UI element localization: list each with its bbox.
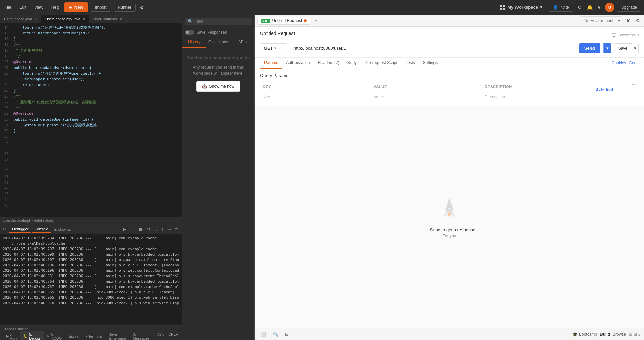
request-tabs: Params Authorization Headers (7) Body Pr… [255, 58, 644, 69]
debug-pause[interactable]: ⏸ [129, 226, 136, 232]
new-button[interactable]: + New [64, 2, 88, 12]
menu-edit[interactable]: Edit [17, 4, 28, 11]
close-icon[interactable]: × [35, 17, 37, 21]
debug-tab-console[interactable]: Console [32, 226, 51, 233]
heart-icon[interactable]: ♥ [597, 3, 602, 11]
debug-status-tab[interactable]: 🐛 5: Debug [20, 331, 43, 340]
close-icon[interactable]: × [83, 17, 85, 21]
ide-tab-userserviceimpl[interactable]: UserServiceImpl.java × [41, 15, 89, 23]
request-tab-active[interactable]: GET Untitled Request [257, 17, 310, 25]
upgrade-button[interactable]: Upgrade [617, 3, 641, 12]
response-empty-subtitle: For you [443, 234, 456, 238]
grid-icon-3[interactable]: ℹ [638, 332, 640, 337]
cookies-link[interactable]: Cookies [612, 61, 626, 66]
line-ending: CRLF [168, 332, 178, 340]
settings-button[interactable]: ⚙ [138, 3, 145, 11]
environment-settings-icon[interactable]: ⚙ [634, 17, 641, 25]
save-dropdown-button[interactable]: ▾ [632, 43, 639, 53]
ide-tab-usercontroller[interactable]: UserController × [89, 15, 127, 23]
save-button[interactable]: Save [614, 43, 632, 53]
response-empty-title: Hit Send to get a response [423, 227, 475, 232]
more-tabs-button[interactable]: ··· [322, 18, 329, 24]
code-link[interactable]: Code [629, 61, 639, 66]
debug-tab-endpoints[interactable]: Endpoints [52, 226, 74, 233]
bulk-edit-link[interactable]: Bulk Edit [596, 87, 636, 91]
menu-help[interactable]: Help [49, 4, 62, 11]
environment-selector: No Environment [580, 16, 622, 25]
debug-run-cursor[interactable]: ⇒ [166, 226, 172, 232]
debug-tab-debugger[interactable]: Debugger [9, 226, 31, 233]
debug-resume[interactable]: ▶ [121, 226, 128, 232]
cookies-bottom-button[interactable]: ⬜ [259, 330, 268, 338]
java-enterprise-tab[interactable]: Java Enterprise [106, 331, 129, 340]
show-me-how-button[interactable]: 🤖 Show me how [196, 81, 240, 92]
invite-button[interactable]: 👤 Invite [549, 3, 573, 12]
tab-right-actions: Cookies Code [612, 61, 639, 66]
sidebar-nav-collections[interactable]: Collections [206, 37, 230, 48]
grid-icon-2[interactable]: ⊟ [634, 332, 637, 337]
params-table: KEY VALUE DESCRIPTION ··· Bulk Edit [260, 81, 639, 101]
debug-stop[interactable]: ⏹ [137, 226, 144, 232]
request-area: Untitled Request 💬 Comments 0 GET ▾ Send… [255, 27, 644, 58]
code-content[interactable]: log.info("用户"+id+"开始执行数据库查询"); return us… [11, 23, 182, 217]
debug-label: Debugger [12, 227, 28, 231]
save-responses-switch[interactable] [185, 30, 194, 35]
tab-headers[interactable]: Headers (7) [314, 58, 343, 69]
sync-icon[interactable]: ↻ [576, 3, 583, 11]
avatar[interactable]: U [605, 3, 614, 12]
tab-authorization[interactable]: Authorization [282, 58, 314, 69]
runner-button[interactable]: Runner [114, 3, 136, 12]
status-bar: ▶ 5: Run 🐛 5: Debug ☑ 6: TODO Spring ▪ T… [0, 332, 182, 340]
debug-step-into[interactable]: ↓ [153, 226, 159, 232]
tab-body[interactable]: Body [343, 58, 361, 69]
value-input[interactable] [374, 95, 479, 99]
terminal-tab[interactable]: ▪ Terminal [83, 331, 106, 340]
bootcamp-button[interactable]: 🎓 Bootcamp [572, 332, 597, 337]
terminal-icon: ▪ [86, 334, 87, 338]
debug-step-over[interactable]: ↷ [146, 226, 152, 232]
svg-rect-8 [448, 214, 450, 216]
filter-box[interactable]: 🔍 [185, 18, 252, 25]
key-column-header: KEY [260, 81, 371, 93]
messages-tab[interactable]: 0: Messages [130, 331, 153, 340]
description-input[interactable] [485, 95, 590, 99]
sidebar-nav-history[interactable]: History [182, 37, 206, 48]
browse-button[interactable]: Browse [613, 332, 626, 337]
sidebar-nav-apis[interactable]: APIs [230, 37, 254, 48]
close-icon[interactable]: × [120, 17, 122, 21]
grid-icon-1[interactable]: ⊞ [629, 332, 632, 337]
comment-icon: 💬 [612, 33, 616, 37]
import-button[interactable]: Import [91, 3, 111, 12]
environment-dropdown[interactable]: No Environment [580, 16, 622, 25]
method-selector[interactable]: GET ▾ [260, 43, 287, 53]
bootcamp-icon: 🎓 [572, 332, 578, 337]
debug-step-out[interactable]: ↑ [160, 226, 165, 232]
tab-settings[interactable]: Settings [419, 58, 442, 69]
environment-visibility-toggle[interactable]: 👁 [624, 16, 632, 25]
spring-tab[interactable]: Spring [65, 331, 83, 340]
build-button[interactable]: Build [600, 332, 610, 337]
menu-view[interactable]: View [32, 4, 45, 11]
run-tab[interactable]: ▶ 5: Run [3, 331, 20, 340]
tab-tests[interactable]: Tests [401, 58, 419, 69]
params-more-options[interactable]: ··· [632, 82, 636, 87]
layout-bottom-button[interactable]: ⊟ [283, 330, 291, 338]
endpoints-label: Endpoints [54, 227, 71, 231]
send-dropdown-button[interactable]: ▾ [603, 43, 611, 53]
bell-icon[interactable]: 🔔 [586, 3, 594, 11]
todo-tab[interactable]: ☑ 6: TODO [44, 331, 65, 340]
line-numbers: 1415161718192021222324252627282930313233… [0, 23, 11, 217]
tab-params[interactable]: Params [260, 58, 282, 69]
url-input[interactable] [290, 43, 576, 53]
filter-input[interactable] [195, 19, 249, 24]
send-button[interactable]: Send [579, 43, 600, 53]
search-bottom-button[interactable]: 🔍 [271, 330, 280, 338]
menu-file[interactable]: File [3, 4, 13, 11]
comments-button[interactable]: 💬 Comments 0 [612, 33, 639, 37]
workspace-button[interactable]: My Workspace ▾ [497, 3, 546, 12]
add-tab-button[interactable]: + [312, 17, 319, 24]
tab-prerequest[interactable]: Pre-request Script [361, 58, 401, 69]
ide-tab-userservice[interactable]: UserService.java × [0, 15, 41, 23]
debug-evaluate[interactable]: ≡ [174, 226, 179, 232]
key-input[interactable] [263, 95, 368, 99]
